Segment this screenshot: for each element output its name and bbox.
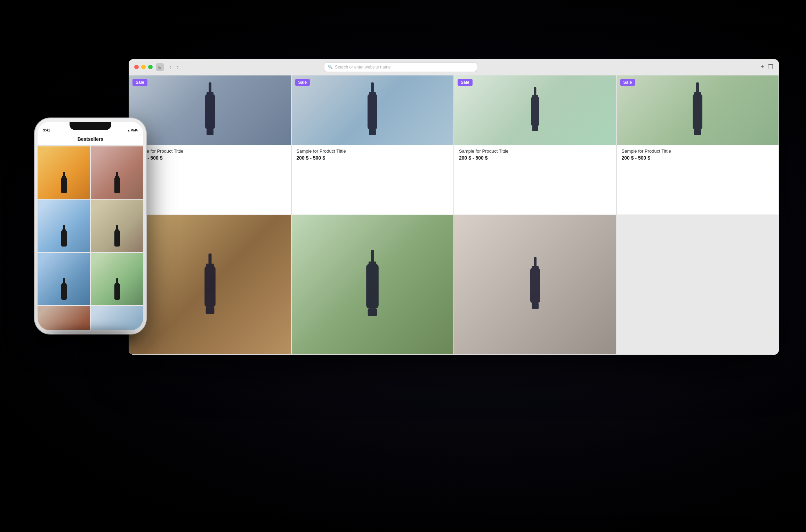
product-card[interactable] xyxy=(129,215,291,355)
phone-bottle-icon xyxy=(112,172,122,196)
svg-rect-8 xyxy=(534,87,536,96)
product-card[interactable]: Sale Sample for Product Tittle 200 $ - 5… xyxy=(454,75,616,215)
phone-cell[interactable] xyxy=(91,306,143,330)
browser-nav: ‹ › xyxy=(167,63,181,71)
phone-signal: ▲ WiFi xyxy=(127,129,138,132)
svg-rect-28 xyxy=(63,172,65,177)
bottle-illustration xyxy=(525,255,546,314)
address-bar[interactable]: 🔍 Search or enter website name xyxy=(324,62,477,72)
tab-icon[interactable]: ⊞ xyxy=(156,63,164,71)
duplicate-button[interactable]: ❐ xyxy=(768,63,773,71)
traffic-lights xyxy=(134,65,153,69)
address-placeholder: Search or enter website name xyxy=(335,65,390,70)
browser-shadow xyxy=(40,529,766,532)
phone-bottle-icon xyxy=(59,278,69,303)
product-image xyxy=(129,215,291,354)
search-icon: 🔍 xyxy=(328,65,333,69)
forward-button[interactable]: › xyxy=(175,63,180,71)
product-card[interactable]: Sale Sample for Product Tittle 200 $ - 5… xyxy=(291,75,454,215)
svg-rect-37 xyxy=(116,225,118,230)
product-image: Sale xyxy=(454,75,616,145)
product-card[interactable] xyxy=(454,215,616,355)
svg-rect-30 xyxy=(61,177,67,193)
phone-cell[interactable] xyxy=(91,253,143,305)
svg-rect-20 xyxy=(371,250,374,263)
product-info: Sample for Product Tittle 200 $ - 500 $ xyxy=(292,145,454,165)
svg-rect-33 xyxy=(114,177,120,193)
product-price: 200 $ - 500 $ xyxy=(459,155,611,161)
product-info: Sample for Product Tittle 200 $ - 500 $ xyxy=(129,145,291,165)
phone-cell[interactable] xyxy=(38,253,90,305)
svg-rect-2 xyxy=(205,94,215,129)
svg-rect-42 xyxy=(61,284,67,300)
product-title: Sample for Product Tittle xyxy=(134,148,286,154)
bottle-illustration xyxy=(362,82,383,138)
scene: ⊞ ‹ › 🔍 Search or enter website name + ❐ xyxy=(0,0,806,532)
product-card[interactable]: Sale Sample for Product Tittle 200 $ - 5… xyxy=(129,75,291,215)
bottle-illustration xyxy=(687,82,708,138)
svg-rect-16 xyxy=(208,253,211,265)
svg-rect-3 xyxy=(207,129,213,135)
svg-rect-18 xyxy=(204,266,216,307)
svg-rect-26 xyxy=(530,268,540,303)
svg-rect-15 xyxy=(694,129,701,135)
product-grid: Sale Sample for Product Tittle 200 $ - 5… xyxy=(129,75,779,355)
svg-rect-40 xyxy=(63,278,65,283)
maximize-button[interactable] xyxy=(148,65,153,69)
back-button[interactable]: ‹ xyxy=(167,63,173,71)
bottle-illustration xyxy=(526,86,544,135)
svg-rect-36 xyxy=(61,231,67,247)
product-card[interactable]: Sale Sample for Product Tittle 200 $ - 5… xyxy=(616,75,779,215)
empty-cell xyxy=(616,215,779,355)
phone-cell[interactable] xyxy=(38,200,90,252)
svg-rect-23 xyxy=(368,308,377,316)
svg-rect-24 xyxy=(534,257,537,267)
product-title: Sample for Product Tittle xyxy=(297,148,449,154)
phone-bottle-icon xyxy=(59,225,69,249)
product-image xyxy=(292,215,454,354)
close-button[interactable] xyxy=(134,65,139,69)
sale-badge: Sale xyxy=(620,79,635,86)
phone-title: Bestsellers xyxy=(78,136,104,142)
svg-rect-11 xyxy=(532,126,538,131)
product-info: Sample for Product Tittle 200 $ - 500 $ xyxy=(454,145,616,165)
phone-time: 9:41 xyxy=(43,128,50,132)
product-price: 200 $ - 500 $ xyxy=(622,155,774,161)
phone-device: 9:41 ▲ WiFi Bestsellers xyxy=(35,118,146,334)
phone-bottle-icon xyxy=(112,225,122,249)
product-image: Sale xyxy=(292,75,454,145)
product-title: Sample for Product Tittle xyxy=(622,148,774,154)
phone-outer: 9:41 ▲ WiFi Bestsellers xyxy=(35,118,146,334)
phone-shadow xyxy=(46,330,135,341)
svg-rect-22 xyxy=(366,264,379,308)
sale-badge: Sale xyxy=(458,79,473,86)
phone-cell[interactable] xyxy=(38,146,90,199)
product-price: 200 $ - 500 $ xyxy=(134,155,286,161)
bottle-illustration xyxy=(198,253,222,316)
minimize-button[interactable] xyxy=(141,65,146,69)
svg-rect-14 xyxy=(693,94,702,129)
browser-content: Sale Sample for Product Tittle 200 $ - 5… xyxy=(129,75,779,355)
phone-cell[interactable] xyxy=(38,306,90,330)
sale-badge: Sale xyxy=(295,79,310,86)
svg-rect-27 xyxy=(532,303,539,309)
svg-rect-6 xyxy=(368,94,377,129)
bottle-illustration xyxy=(360,250,385,320)
svg-rect-10 xyxy=(531,97,539,126)
product-image xyxy=(454,215,616,354)
product-title: Sample for Product Tittle xyxy=(459,148,611,154)
product-card[interactable] xyxy=(291,215,454,355)
phone-notch xyxy=(70,122,111,130)
bottle-illustration xyxy=(200,82,220,138)
phone-cell[interactable] xyxy=(91,146,143,199)
phone-bottle-icon xyxy=(112,278,122,303)
phone-cell[interactable] xyxy=(91,200,143,252)
product-info: Sample for Product Tittle 200 $ - 500 $ xyxy=(617,145,779,165)
browser-actions: + ❐ xyxy=(760,63,773,71)
phone-screen: 9:41 ▲ WiFi Bestsellers xyxy=(38,122,143,330)
svg-rect-39 xyxy=(114,231,120,247)
svg-rect-0 xyxy=(209,82,211,93)
add-tab-button[interactable]: + xyxy=(760,63,764,71)
sale-badge: Sale xyxy=(132,79,147,86)
svg-rect-7 xyxy=(369,129,376,135)
